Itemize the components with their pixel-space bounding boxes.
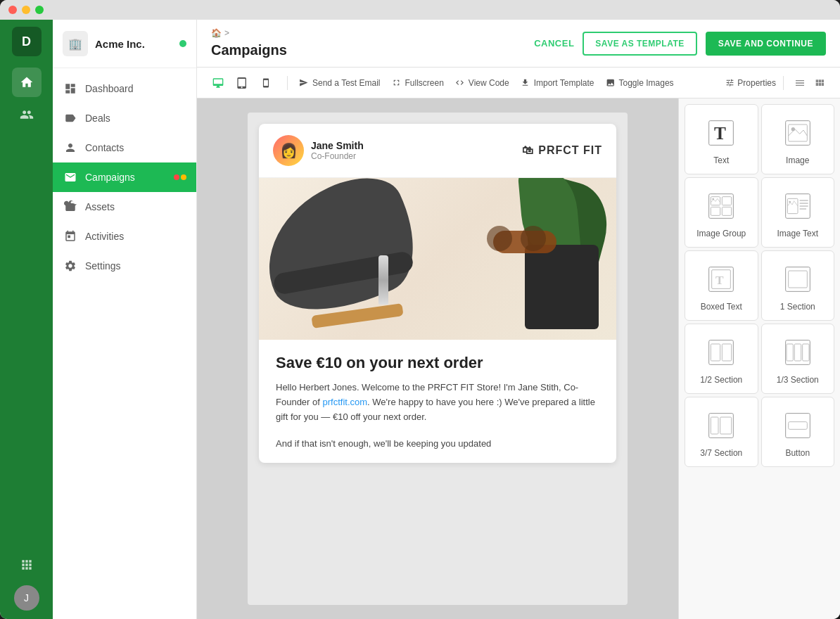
svg-rect-32 xyxy=(720,417,732,434)
toggle-images-btn[interactable]: Toggle Images xyxy=(606,78,674,88)
properties-btn[interactable]: Properties xyxy=(725,78,776,88)
button-block-label: Button xyxy=(785,448,810,458)
rail-logo: D xyxy=(12,27,42,56)
campaigns-badge xyxy=(174,174,186,180)
icon-rail: D J xyxy=(0,20,53,619)
panel-block-1-section[interactable]: 1 Section xyxy=(761,250,835,321)
svg-point-13 xyxy=(789,201,791,203)
lens-right xyxy=(521,226,546,251)
save-template-button[interactable]: SAVE AS TEMPLATE xyxy=(583,32,696,56)
sidebar-item-deals[interactable]: Deals xyxy=(53,103,196,133)
fullscreen-btn[interactable]: Fullscreen xyxy=(392,78,444,88)
panel-block-half-section[interactable]: 1/2 Section xyxy=(685,324,758,394)
deals-icon xyxy=(63,110,78,126)
panel-block-third-section[interactable]: 1/3 Section xyxy=(761,324,835,394)
save-continue-button[interactable]: SAVE AND CONTINUE xyxy=(706,32,826,56)
email-headline: Save €10 on your next order xyxy=(276,354,599,372)
org-icon: 🏢 xyxy=(63,31,88,56)
contacts-icon xyxy=(63,140,78,155)
home-icon[interactable]: 🏠 xyxy=(211,28,222,38)
svg-rect-5 xyxy=(709,194,734,219)
svg-rect-12 xyxy=(787,198,798,213)
grid-view-btn[interactable] xyxy=(810,74,829,92)
minimize-dot[interactable] xyxy=(22,6,30,14)
org-status-dot xyxy=(179,40,186,47)
toolbar-divider-1 xyxy=(287,76,288,90)
image-group-block-icon xyxy=(704,189,738,223)
desktop-view-btn[interactable] xyxy=(208,73,228,93)
send-test-label: Send a Test Email xyxy=(312,78,381,88)
1-section-block-label: 1 Section xyxy=(780,302,815,312)
sidebar-item-assets[interactable]: Assets xyxy=(53,192,196,222)
panel-block-image[interactable]: Image xyxy=(761,104,835,174)
image-block-label: Image xyxy=(786,155,809,165)
cancel-button[interactable]: CANCEL xyxy=(534,38,574,49)
canvas-area[interactable]: 👩 Jane Smith Co-Founder 🛍 PRFCT FI xyxy=(197,98,678,619)
activities-icon xyxy=(63,229,78,244)
prfctfit-link[interactable]: prfctfit.com xyxy=(323,397,368,407)
main-content: 🏠 > Campaigns CANCEL SAVE AS TEMPLATE SA… xyxy=(197,20,840,619)
mobile-view-btn[interactable] xyxy=(256,73,276,93)
send-test-btn[interactable]: Send a Test Email xyxy=(299,78,381,88)
panel-block-37-section[interactable]: 3/7 Section xyxy=(685,397,758,467)
import-template-label: Import Template xyxy=(534,78,594,88)
import-template-btn[interactable]: Import Template xyxy=(521,78,594,88)
settings-label: Settings xyxy=(85,260,121,272)
properties-label: Properties xyxy=(737,78,776,88)
svg-rect-33 xyxy=(785,414,810,438)
rail-grid-icon[interactable] xyxy=(12,550,42,580)
sidebar-org[interactable]: 🏢 Acme Inc. xyxy=(53,20,196,68)
svg-rect-29 xyxy=(802,344,808,361)
sidebar-item-dashboard[interactable]: Dashboard xyxy=(53,74,196,103)
svg-rect-25 xyxy=(723,344,732,361)
editor-toolbar: Send a Test Email Fullscreen View Code I… xyxy=(197,68,840,98)
campaigns-label: Campaigns xyxy=(85,172,135,183)
sidebar-item-activities[interactable]: Activities xyxy=(53,222,196,251)
panel-block-image-group[interactable]: Image Group xyxy=(685,177,758,248)
sender-title: Co-Founder xyxy=(311,151,364,161)
org-name: Acme Inc. xyxy=(95,38,145,50)
email-product-image xyxy=(259,178,616,340)
list-view-btn[interactable] xyxy=(791,74,809,92)
sidebar-nav: Dashboard Deals Contacts xyxy=(53,68,196,619)
svg-rect-31 xyxy=(711,417,719,434)
email-header-section: 👩 Jane Smith Co-Founder 🛍 PRFCT FI xyxy=(259,124,616,178)
third-section-block-label: 1/3 Section xyxy=(777,375,819,385)
sidebar: 🏢 Acme Inc. Dashboard Deals xyxy=(53,20,197,619)
tablet-view-btn[interactable] xyxy=(232,73,252,93)
user-avatar[interactable]: J xyxy=(14,585,39,611)
dashboard-icon xyxy=(63,81,78,96)
37-section-block-icon xyxy=(704,409,738,442)
email-body-copy-2: And if that isn't enough, we'll be keepi… xyxy=(276,437,599,452)
brand-logo: 🛍 PRFCT FIT xyxy=(522,144,602,157)
assets-icon xyxy=(63,199,78,215)
sidebar-item-contacts[interactable]: Contacts xyxy=(53,133,196,162)
sidebar-item-settings[interactable]: Settings xyxy=(53,251,196,281)
breadcrumb-top: 🏠 > xyxy=(211,28,229,38)
rail-people-icon[interactable] xyxy=(12,100,42,129)
editor-area: Send a Test Email Fullscreen View Code I… xyxy=(197,68,840,619)
image-block-icon xyxy=(781,116,815,150)
svg-rect-24 xyxy=(711,344,720,361)
contacts-label: Contacts xyxy=(85,142,124,153)
close-dot[interactable] xyxy=(8,6,17,14)
image-group-block-label: Image Group xyxy=(696,229,746,238)
app-body: D J 🏢 Acme Inc. xyxy=(0,20,840,619)
tube-product xyxy=(378,255,388,305)
rail-home-icon[interactable] xyxy=(12,68,42,97)
activities-label: Activities xyxy=(85,231,124,242)
svg-text:T: T xyxy=(715,274,724,287)
svg-text:T: T xyxy=(714,123,726,143)
device-group xyxy=(208,73,276,93)
panel-block-image-text[interactable]: Image Text xyxy=(761,177,835,248)
half-section-block-label: 1/2 Section xyxy=(700,375,742,385)
view-code-btn[interactable]: View Code xyxy=(455,78,509,88)
panel-block-boxed-text[interactable]: T Boxed Text xyxy=(685,250,758,321)
maximize-dot[interactable] xyxy=(35,6,44,14)
panel-block-button[interactable]: Button xyxy=(761,397,835,467)
svg-point-4 xyxy=(791,127,794,131)
sidebar-item-campaigns[interactable]: Campaigns xyxy=(53,162,196,192)
boxed-text-block-icon: T xyxy=(704,262,738,296)
email-image-inner xyxy=(259,178,616,340)
panel-block-text[interactable]: T Text xyxy=(685,104,758,174)
